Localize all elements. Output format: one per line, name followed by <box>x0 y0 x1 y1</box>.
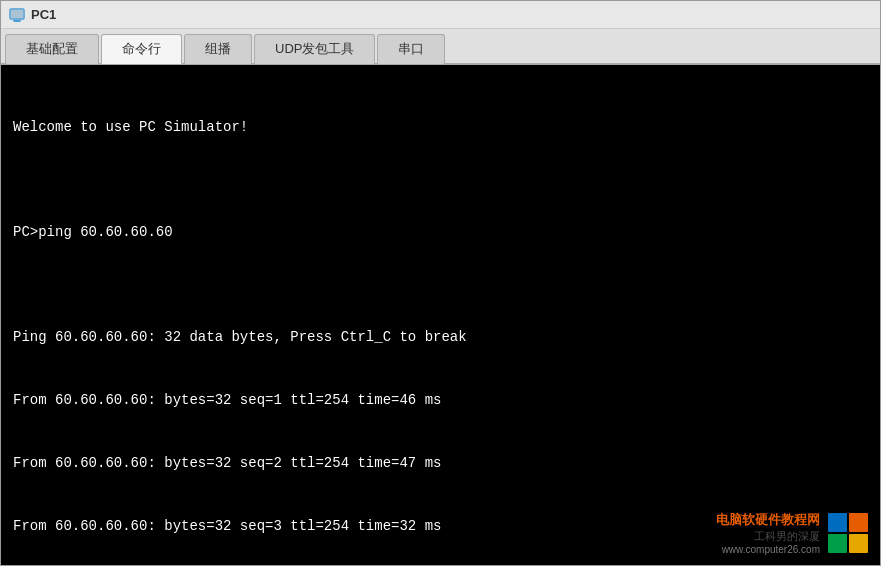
terminal-line-1: Welcome to use PC Simulator! <box>13 117 868 138</box>
window-content: Welcome to use PC Simulator! PC>ping 60.… <box>1 65 880 565</box>
svg-rect-5 <box>849 513 868 532</box>
svg-rect-6 <box>828 534 847 553</box>
watermark-subtitle: 工科男的深厦 <box>716 529 820 544</box>
window-icon <box>9 7 25 23</box>
terminal-line-5: Ping 60.60.60.60: 32 data bytes, Press C… <box>13 327 868 348</box>
tab-basic-config[interactable]: 基础配置 <box>5 34 99 64</box>
terminal-line-7: From 60.60.60.60: bytes=32 seq=2 ttl=254… <box>13 453 868 474</box>
main-window: PC1 基础配置 命令行 组播 UDP发包工具 串口 Welcome to us… <box>0 0 881 566</box>
watermark-url: www.computer26.com <box>716 544 820 555</box>
watermark-logo <box>826 511 870 555</box>
terminal-line-6: From 60.60.60.60: bytes=32 seq=1 ttl=254… <box>13 390 868 411</box>
svg-rect-3 <box>11 10 23 18</box>
watermark-site-name: 电脑软硬件教程网 <box>716 511 820 529</box>
terminal-line-3: PC>ping 60.60.60.60 <box>13 222 868 243</box>
tab-bar: 基础配置 命令行 组播 UDP发包工具 串口 <box>1 29 880 65</box>
tab-serial[interactable]: 串口 <box>377 34 445 64</box>
terminal-output[interactable]: Welcome to use PC Simulator! PC>ping 60.… <box>1 65 880 565</box>
watermark: 电脑软硬件教程网 工科男的深厦 www.computer26.com <box>716 511 870 555</box>
window-title: PC1 <box>31 7 56 22</box>
title-bar: PC1 <box>1 1 880 29</box>
svg-rect-7 <box>849 534 868 553</box>
tab-command-line[interactable]: 命令行 <box>101 34 182 64</box>
svg-rect-4 <box>828 513 847 532</box>
tab-multicast[interactable]: 组播 <box>184 34 252 64</box>
tab-udp-tool[interactable]: UDP发包工具 <box>254 34 375 64</box>
